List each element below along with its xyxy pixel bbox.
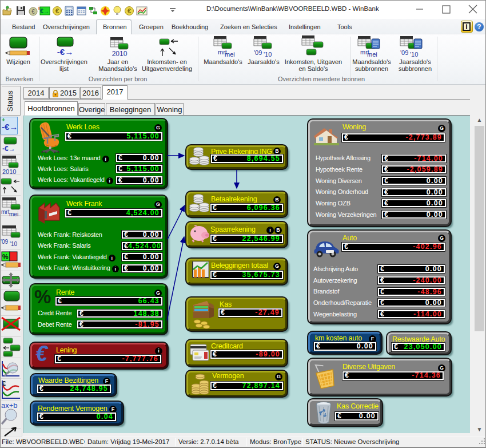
svg-text:'09: '09 [1,239,8,245]
svg-text:2010: 2010 [2,168,16,175]
svg-text:-€→: -€→ [2,145,15,153]
svg-text:'10: '10 [10,241,17,247]
svg-text:-€→: -€→ [2,122,18,132]
svg-text:ax+b: ax+b [1,401,18,410]
svg-text:%: % [2,253,9,261]
svg-text:mrt: mrt [1,209,10,215]
svg-text:mei: mei [9,211,18,217]
